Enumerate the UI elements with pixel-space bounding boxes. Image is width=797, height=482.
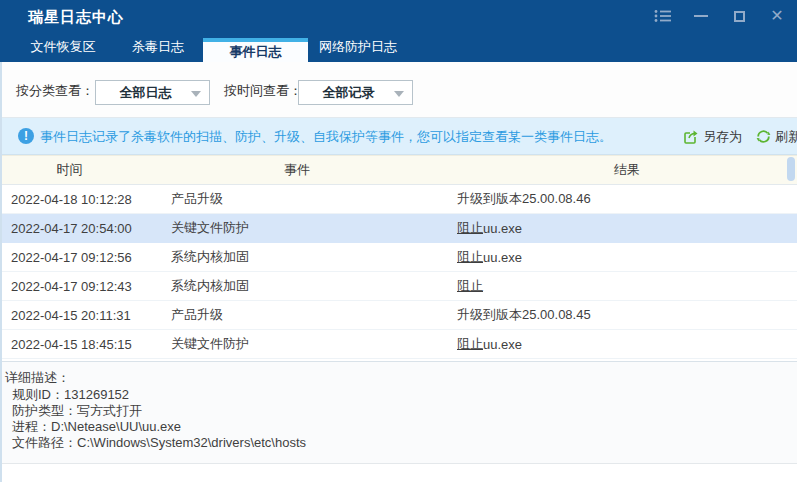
cell-event: 产品升级 <box>137 301 457 329</box>
result-text: uu.exe <box>483 221 522 236</box>
details-title: 详细描述： <box>5 369 797 387</box>
minimize-icon[interactable] <box>691 6 711 26</box>
category-filter-label: 按分类查看： <box>16 79 94 103</box>
result-link[interactable]: 阻止 <box>457 335 483 353</box>
result-text: uu.exe <box>483 337 522 352</box>
cell-result: 阻止 <box>457 272 797 300</box>
info-icon: ! <box>18 128 34 144</box>
cell-result: 升级到版本25.00.08.45 <box>457 301 797 329</box>
info-actions: 另存为 刷新 <box>669 118 797 155</box>
details-file-path: 文件路径：C:\Windows\System32\drivers\etc\hos… <box>5 435 797 451</box>
menu-icon[interactable] <box>653 6 673 26</box>
cell-result: 阻止uu.exe <box>457 243 797 271</box>
cell-event: 关键文件防护 <box>137 214 457 242</box>
category-filter-dropdown[interactable]: 全部日志 <box>95 80 210 105</box>
result-link[interactable]: 阻止 <box>457 277 483 295</box>
window-controls: ✕ <box>653 0 787 32</box>
time-filter-dropdown[interactable]: 全部记录 <box>298 80 413 105</box>
cell-time: 2022-04-15 20:11:31 <box>2 301 137 329</box>
column-header-event[interactable]: 事件 <box>137 156 457 184</box>
refresh-button[interactable]: 刷新 <box>756 128 797 146</box>
cell-event: 关键文件防护 <box>137 330 457 358</box>
cell-time: 2022-04-17 20:54:00 <box>2 214 137 242</box>
result-text: 升级到版本25.00.08.45 <box>457 306 591 324</box>
tab-file-recovery[interactable]: 文件恢复区 <box>18 32 108 62</box>
maximize-icon[interactable] <box>729 6 749 26</box>
chevron-down-icon <box>394 91 404 97</box>
cell-event: 产品升级 <box>137 185 457 213</box>
details-rule-id: 规则ID：131269152 <box>5 387 797 403</box>
table-row-selected[interactable]: 2022-04-17 20:54:00 关键文件防护 阻止uu.exe <box>2 214 797 243</box>
cell-event: 系统内核加固 <box>137 272 457 300</box>
info-bar: ! 事件日志记录了杀毒软件的扫描、防护、升级、自我保护等事件，您可以指定查看某一… <box>2 118 797 155</box>
details-process: 进程：D:\Netease\UU\uu.exe <box>5 419 797 435</box>
tab-antivirus-log[interactable]: 杀毒日志 <box>122 32 194 62</box>
column-header-result[interactable]: 结果 <box>457 156 797 184</box>
save-as-label: 另存为 <box>703 128 742 146</box>
close-icon[interactable]: ✕ <box>767 6 787 26</box>
chevron-down-icon <box>191 91 201 97</box>
filter-bar: 按分类查看： 全部日志 按时间查看： 全部记录 <box>2 62 797 118</box>
column-header-time[interactable]: 时间 <box>2 156 137 184</box>
cell-time: 2022-04-17 09:12:43 <box>2 272 137 300</box>
tab-bar: 文件恢复区 杀毒日志 事件日志 网络防护日志 <box>0 32 797 62</box>
tab-network-protection-log[interactable]: 网络防护日志 <box>312 32 404 62</box>
table-row[interactable]: 2022-04-17 09:12:56 系统内核加固 阻止uu.exe <box>2 243 797 272</box>
details-protection-type: 防护类型：写方式打开 <box>5 403 797 419</box>
cell-event: 系统内核加固 <box>137 243 457 271</box>
time-filter-label: 按时间查看： <box>224 79 302 103</box>
cell-result: 阻止uu.exe <box>457 330 797 358</box>
time-filter-value: 全部记录 <box>323 84 375 102</box>
save-as-button[interactable]: 另存为 <box>683 128 742 146</box>
table-row[interactable]: 2022-04-15 18:45:15 关键文件防护 阻止uu.exe <box>2 330 797 359</box>
cell-result: 升级到版本25.00.08.46 <box>457 185 797 213</box>
table-row[interactable]: 2022-04-15 20:11:31 产品升级 升级到版本25.00.08.4… <box>2 301 797 330</box>
table-header: 时间 事件 结果 <box>2 155 797 185</box>
category-filter-value: 全部日志 <box>120 84 172 102</box>
cell-time: 2022-04-15 18:45:15 <box>2 330 137 358</box>
result-link[interactable]: 阻止 <box>457 219 483 237</box>
scrollbar-thumb[interactable] <box>787 157 795 181</box>
log-table: 2022-04-18 10:12:28 产品升级 升级到版本25.00.08.4… <box>2 185 797 359</box>
log-center-window: 瑞星日志中心 ✕ 文件恢复区 杀毒日志 事件日志 网络防护日志 按分类查看： 全… <box>0 0 797 482</box>
result-text: 升级到版本25.00.08.46 <box>457 190 591 208</box>
tab-event-log[interactable]: 事件日志 <box>203 38 308 62</box>
result-link[interactable]: 阻止 <box>457 248 483 266</box>
table-row[interactable]: 2022-04-18 10:12:28 产品升级 升级到版本25.00.08.4… <box>2 185 797 214</box>
refresh-label: 刷新 <box>775 128 797 146</box>
title-bar: 瑞星日志中心 ✕ <box>0 0 797 32</box>
window-title: 瑞星日志中心 <box>28 0 124 32</box>
cell-time: 2022-04-17 09:12:56 <box>2 243 137 271</box>
export-icon <box>683 129 699 145</box>
refresh-icon <box>756 129 771 144</box>
result-text: uu.exe <box>483 250 522 265</box>
table-row[interactable]: 2022-04-17 09:12:43 系统内核加固 阻止 <box>2 272 797 301</box>
cell-result: 阻止uu.exe <box>457 214 797 242</box>
info-message: 事件日志记录了杀毒软件的扫描、防护、升级、自我保护等事件，您可以指定查看某一类事… <box>40 118 612 155</box>
details-panel: 详细描述： 规则ID：131269152 防护类型：写方式打开 进程：D:\Ne… <box>2 361 797 464</box>
cell-time: 2022-04-18 10:12:28 <box>2 185 137 213</box>
